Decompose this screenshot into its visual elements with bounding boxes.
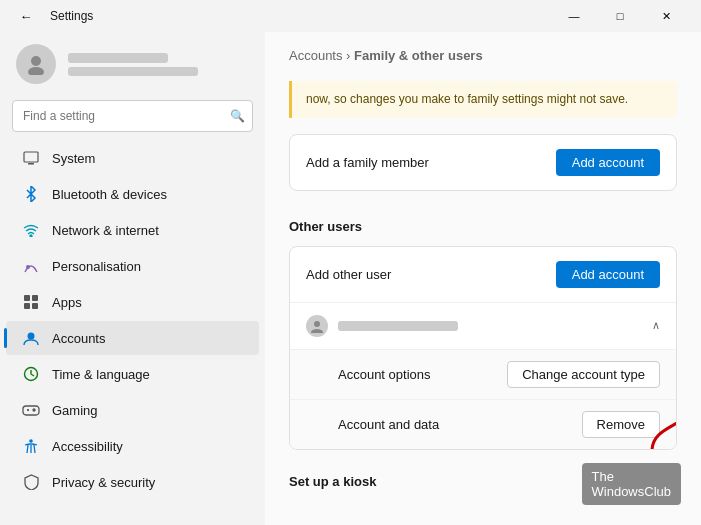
user-row-avatar xyxy=(306,315,328,337)
user-info xyxy=(68,53,198,76)
account-options-label: Account options xyxy=(338,367,431,382)
family-section: Add a family member Add account xyxy=(265,126,701,211)
add-family-label: Add a family member xyxy=(306,155,429,170)
svg-rect-8 xyxy=(24,303,30,309)
sidebar-item-network[interactable]: Network & internet xyxy=(6,213,259,247)
back-button[interactable]: ← xyxy=(12,2,40,30)
add-other-label: Add other user xyxy=(306,267,391,282)
sidebar: 🔍 System Bluetooth & devices Network & i… xyxy=(0,32,265,525)
svg-rect-6 xyxy=(24,295,30,301)
apps-icon xyxy=(22,293,40,311)
add-other-user-row: Add other user Add account xyxy=(290,247,676,303)
system-icon xyxy=(22,149,40,167)
sidebar-item-time[interactable]: Time & language xyxy=(6,357,259,391)
search-box: 🔍 xyxy=(12,100,253,132)
sidebar-label-system: System xyxy=(52,151,95,166)
personalisation-icon xyxy=(22,257,40,275)
sidebar-label-accessibility: Accessibility xyxy=(52,439,123,454)
add-family-button[interactable]: Add account xyxy=(556,149,660,176)
kiosk-section: Set up a kiosk xyxy=(265,470,701,513)
account-data-row: Account and data Remove xyxy=(290,400,676,449)
other-users-title: Other users xyxy=(289,219,677,238)
search-icon: 🔍 xyxy=(230,109,245,123)
content-area: Accounts › Family & other users now, so … xyxy=(265,32,701,525)
warning-banner: now, so changes you make to family setti… xyxy=(289,81,677,118)
sidebar-item-accounts[interactable]: Accounts xyxy=(6,321,259,355)
user-email-blur xyxy=(68,67,198,76)
network-icon xyxy=(22,221,40,239)
svg-rect-7 xyxy=(32,295,38,301)
add-family-row: Add a family member Add account xyxy=(290,135,676,190)
svg-point-10 xyxy=(28,333,35,340)
app-title: Settings xyxy=(50,9,93,23)
user-section xyxy=(0,32,265,96)
add-other-button[interactable]: Add account xyxy=(556,261,660,288)
user-expandable-row[interactable]: ∧ xyxy=(290,303,676,350)
accessibility-icon xyxy=(22,437,40,455)
sidebar-label-personalisation: Personalisation xyxy=(52,259,141,274)
privacy-icon xyxy=(22,473,40,491)
avatar xyxy=(16,44,56,84)
accounts-icon xyxy=(22,329,40,347)
breadcrumb: Accounts › Family & other users xyxy=(289,48,677,63)
sidebar-item-apps[interactable]: Apps xyxy=(6,285,259,319)
other-users-card: Add other user Add account ∧ xyxy=(289,246,677,450)
sidebar-label-bluetooth: Bluetooth & devices xyxy=(52,187,167,202)
svg-rect-9 xyxy=(32,303,38,309)
other-users-section: Other users Add other user Add account ∧ xyxy=(265,211,701,470)
sidebar-label-time: Time & language xyxy=(52,367,150,382)
sidebar-label-privacy: Privacy & security xyxy=(52,475,155,490)
change-account-type-button[interactable]: Change account type xyxy=(507,361,660,388)
remove-button[interactable]: Remove xyxy=(582,411,660,438)
app-body: 🔍 System Bluetooth & devices Network & i… xyxy=(0,32,701,525)
sidebar-item-accessibility[interactable]: Accessibility xyxy=(6,429,259,463)
sidebar-label-apps: Apps xyxy=(52,295,82,310)
svg-point-4 xyxy=(30,235,32,237)
sidebar-label-network: Network & internet xyxy=(52,223,159,238)
chevron-up-icon: ∧ xyxy=(652,319,660,332)
back-icon: ← xyxy=(20,9,33,24)
maximize-button[interactable]: □ xyxy=(597,0,643,32)
svg-point-17 xyxy=(314,321,320,327)
svg-rect-2 xyxy=(24,152,38,162)
sidebar-label-accounts: Accounts xyxy=(52,331,105,346)
kiosk-title: Set up a kiosk xyxy=(289,474,677,493)
svg-point-0 xyxy=(31,56,41,66)
content-header: Accounts › Family & other users xyxy=(265,32,701,73)
sidebar-item-gaming[interactable]: Gaming xyxy=(6,393,259,427)
bluetooth-icon xyxy=(22,185,40,203)
time-icon xyxy=(22,365,40,383)
sidebar-label-gaming: Gaming xyxy=(52,403,98,418)
expanded-options: Account options Change account type Acco… xyxy=(290,350,676,449)
window-controls: — □ ✕ xyxy=(551,0,689,32)
search-input[interactable] xyxy=(12,100,253,132)
user-name-blur xyxy=(68,53,168,63)
account-options-row: Account options Change account type xyxy=(290,350,676,400)
minimize-button[interactable]: — xyxy=(551,0,597,32)
svg-rect-12 xyxy=(23,406,39,415)
svg-rect-3 xyxy=(28,163,34,165)
svg-point-1 xyxy=(28,67,44,75)
titlebar: ← Settings — □ ✕ xyxy=(0,0,701,32)
user-row-name-blur xyxy=(338,321,458,331)
user-row-info xyxy=(306,315,458,337)
sidebar-item-system[interactable]: System xyxy=(6,141,259,175)
svg-point-18 xyxy=(311,329,323,333)
sidebar-item-bluetooth[interactable]: Bluetooth & devices xyxy=(6,177,259,211)
svg-point-16 xyxy=(29,439,33,443)
close-button[interactable]: ✕ xyxy=(643,0,689,32)
svg-point-15 xyxy=(33,409,35,411)
family-card: Add a family member Add account xyxy=(289,134,677,191)
sidebar-item-personalisation[interactable]: Personalisation xyxy=(6,249,259,283)
sidebar-item-privacy[interactable]: Privacy & security xyxy=(6,465,259,499)
gaming-icon xyxy=(22,401,40,419)
svg-point-5 xyxy=(26,265,30,269)
account-data-label: Account and data xyxy=(338,417,439,432)
